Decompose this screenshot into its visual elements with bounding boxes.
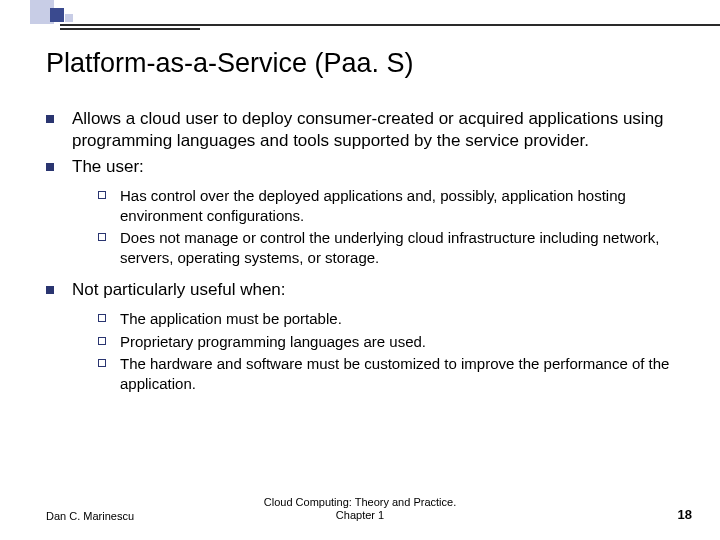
header-decoration	[0, 0, 720, 30]
sub-text: The application must be portable.	[120, 309, 342, 329]
bullet-item: Allows a cloud user to deploy consumer-c…	[46, 108, 676, 152]
sub-text: Has control over the deployed applicatio…	[120, 186, 676, 225]
deco-line	[60, 24, 720, 26]
bullet-text: Not particularly useful when:	[72, 279, 286, 301]
bullet-item: The user:	[46, 156, 676, 178]
hollow-square-icon	[98, 337, 106, 345]
sub-item: Proprietary programming languages are us…	[98, 332, 676, 352]
hollow-square-icon	[98, 359, 106, 367]
slide-title: Platform-as-a-Service (Paa. S)	[46, 48, 414, 79]
footer-book-title: Cloud Computing: Theory and Practice.	[264, 496, 456, 508]
footer-page-number: 18	[678, 507, 692, 522]
hollow-square-icon	[98, 233, 106, 241]
sub-list: Has control over the deployed applicatio…	[98, 186, 676, 267]
bullet-text: The user:	[72, 156, 144, 178]
square-bullet-icon	[46, 115, 54, 123]
sub-item: Does not manage or control the underlyin…	[98, 228, 676, 267]
deco-square-small	[65, 14, 73, 22]
hollow-square-icon	[98, 191, 106, 199]
sub-text: Does not manage or control the underlyin…	[120, 228, 676, 267]
hollow-square-icon	[98, 314, 106, 322]
bullet-item: Not particularly useful when:	[46, 279, 676, 301]
square-bullet-icon	[46, 286, 54, 294]
sub-item: The hardware and software must be custom…	[98, 354, 676, 393]
footer-author: Dan C. Marinescu	[46, 510, 134, 522]
sub-list: The application must be portable. Propri…	[98, 309, 676, 393]
sub-text: The hardware and software must be custom…	[120, 354, 676, 393]
content-body: Allows a cloud user to deploy consumer-c…	[46, 108, 676, 405]
deco-square-dark	[50, 8, 64, 22]
footer-chapter: Chapter 1	[336, 509, 384, 521]
bullet-text: Allows a cloud user to deploy consumer-c…	[72, 108, 676, 152]
square-bullet-icon	[46, 163, 54, 171]
sub-item: Has control over the deployed applicatio…	[98, 186, 676, 225]
sub-text: Proprietary programming languages are us…	[120, 332, 426, 352]
sub-item: The application must be portable.	[98, 309, 676, 329]
deco-line-short	[60, 28, 200, 30]
